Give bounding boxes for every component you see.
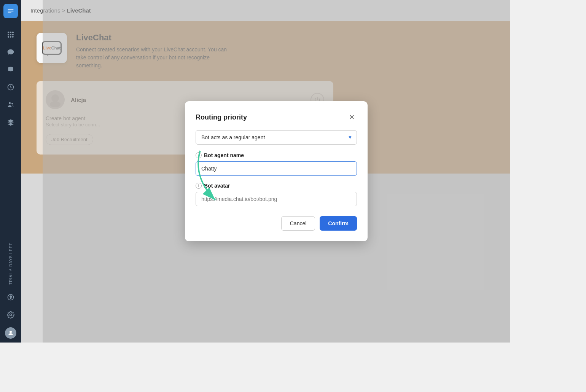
svg-point-2 [12,32,14,33]
bot-agent-name-info-icon: i [196,152,202,158]
bot-agent-name-input[interactable] [196,161,357,176]
logo-icon [6,7,15,15]
bot-avatar-input[interactable] [196,192,357,206]
routing-priority-modal: Routing priority ✕ Bot acts as a regular… [185,101,368,241]
sidebar-item-users[interactable] [4,98,18,112]
confirm-button[interactable]: Confirm [320,216,357,231]
svg-point-11 [9,102,11,104]
sidebar: TRIAL 6 DAYS LEFT ? [0,0,21,343]
bot-agent-name-label: i Bot agent name [196,152,357,158]
sidebar-item-chat[interactable] [4,45,18,59]
bot-avatar-label: i Bot avatar [196,183,357,189]
svg-point-0 [8,32,9,33]
bot-agent-name-label-text: Bot agent name [204,152,244,158]
svg-point-3 [8,34,9,35]
cancel-button[interactable]: Cancel [281,216,315,231]
svg-point-5 [12,34,14,35]
sidebar-item-history[interactable] [4,80,18,94]
svg-point-1 [10,32,11,33]
svg-point-6 [8,36,9,38]
svg-point-15 [10,314,12,316]
svg-point-7 [10,36,11,38]
user-avatar[interactable] [5,327,16,339]
sidebar-item-dashboard[interactable] [4,28,18,41]
trial-text: TRIAL 6 DAYS LEFT [9,243,13,285]
main-content: Integrations > LiveChat LiveChat LiveCha… [21,0,510,343]
modal-close-button[interactable]: ✕ [346,112,357,123]
modal-overlay: Routing priority ✕ Bot acts as a regular… [43,0,510,343]
sidebar-item-learn[interactable] [4,115,18,129]
svg-point-12 [11,103,13,104]
svg-point-16 [10,331,12,333]
routing-dropdown[interactable]: Bot acts as a regular agent Bot has high… [196,130,357,145]
sidebar-bottom: TRIAL 6 DAYS LEFT ? [4,243,18,339]
svg-text:?: ? [10,295,12,300]
sidebar-item-settings[interactable] [4,308,18,322]
modal-footer: Cancel Confirm [196,216,357,231]
svg-point-8 [12,36,14,38]
sidebar-item-help[interactable]: ? [4,290,18,304]
bot-avatar-label-text: Bot avatar [204,183,230,189]
routing-dropdown-wrapper: Bot acts as a regular agent Bot has high… [196,130,357,145]
app-logo[interactable] [3,4,18,18]
modal-title: Routing priority [196,113,247,121]
sidebar-item-database[interactable] [4,63,18,76]
modal-header: Routing priority ✕ [196,112,357,123]
svg-point-4 [10,34,11,35]
bot-avatar-info-icon: i [196,183,202,189]
